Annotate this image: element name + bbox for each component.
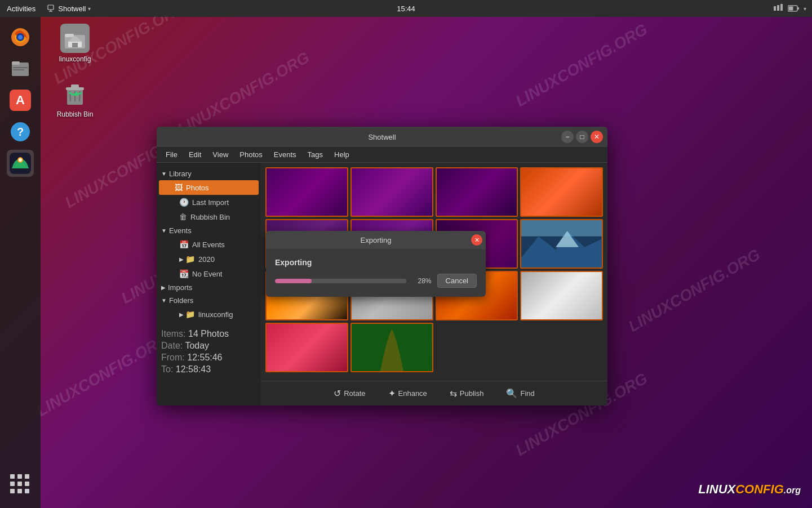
dock-item-firefox[interactable] [7, 24, 34, 51]
svg-rect-15 [13, 67, 28, 68]
status-items-val: 14 Photos [188, 329, 229, 338]
sidebar-imports-label: Imports [168, 283, 192, 292]
brand-linux: LINUX [698, 482, 735, 496]
export-cancel-button[interactable]: Cancel [437, 274, 477, 288]
window-title: Shotwell [368, 133, 396, 141]
desktop-icon-rubbish[interactable]: Rubbish Bin [50, 79, 100, 118]
topbar-battery-arrow: ▾ [804, 6, 806, 12]
sidebar-item-photos[interactable]: 🖼 Photos [159, 180, 259, 195]
sidebar-last-import-label: Last Import [192, 198, 229, 207]
enhance-button[interactable]: ✦ Enhance [384, 386, 432, 401]
events-arrow: ▼ [161, 228, 167, 234]
dock-item-files[interactable] [7, 55, 34, 82]
folders-arrow: ▼ [161, 297, 167, 304]
svg-point-23 [19, 158, 22, 162]
watermark-brand: LINUXCONFIG.org [698, 482, 801, 497]
sidebar-item-2020[interactable]: ▶ 📁 2020 [159, 252, 259, 266]
topbar-right: ▾ [773, 4, 806, 13]
desktop-icon-linuxconfig[interactable]: linuxconfig [50, 24, 100, 63]
status-date: Date: Today [161, 341, 256, 351]
sidebar-rubbish-label: Rubbish Bin [190, 213, 230, 221]
minimize-button[interactable]: − [561, 131, 574, 143]
home-folder-icon [64, 27, 86, 50]
calendar-no-icon: 📆 [179, 269, 189, 278]
svg-point-12 [18, 35, 23, 39]
help-icon: ? [10, 121, 31, 142]
export-progress-bar-fill [275, 279, 312, 283]
folder2-icon: 📁 [185, 310, 195, 319]
export-label: Exporting [275, 258, 477, 267]
imports-arrow: ▶ [161, 284, 166, 291]
menu-photos[interactable]: Photos [235, 149, 267, 160]
folder-arrow: ▶ [179, 311, 184, 318]
topbar-activities[interactable]: Activities [0, 0, 42, 17]
sidebar-item-all-events[interactable]: 📅 All Events [159, 237, 259, 252]
export-titlebar: Exporting ✕ [266, 231, 486, 249]
export-body: Exporting 28% Cancel [266, 249, 486, 297]
svg-rect-33 [352, 324, 432, 371]
export-progress-row: 28% Cancel [275, 274, 477, 288]
calendar-icon: 📅 [179, 240, 189, 249]
dock-item-appstore[interactable]: A [7, 87, 34, 114]
menu-tags[interactable]: Tags [303, 149, 327, 160]
svg-rect-16 [13, 69, 24, 70]
sidebar-imports-header[interactable]: ▶ Imports [157, 281, 261, 294]
sidebar-item-last-import[interactable]: 🕐 Last Import [159, 195, 259, 210]
publish-label: Publish [460, 389, 484, 398]
menu-edit[interactable]: Edit [184, 149, 206, 160]
status-from-label: From: [161, 353, 185, 362]
sidebar-item-rubbish-bin[interactable]: 🗑 Rubbish Bin [159, 210, 259, 224]
dock-item-help[interactable]: ? [7, 118, 34, 145]
photo-thumb-2[interactable] [350, 167, 433, 217]
close-button[interactable]: ✕ [591, 131, 603, 143]
status-to-label: To: [161, 364, 173, 374]
photo-thumb-12[interactable] [520, 271, 603, 320]
sidebar-item-linuxconfig[interactable]: ▶ 📁 linuxconfig [159, 307, 259, 322]
window-titlebar: Shotwell − □ ✕ [157, 127, 607, 147]
photo-thumb-3[interactable] [436, 167, 518, 217]
battery-icon [788, 5, 799, 12]
rotate-button[interactable]: ↺ Rotate [329, 386, 370, 401]
sidebar-item-no-event[interactable]: 📆 No Event [159, 266, 259, 281]
bottom-toolbar: ↺ Rotate ✦ Enhance ⇆ Publish 🔍 Find [261, 381, 607, 405]
topbar-app-name[interactable]: Shotwell ▾ [42, 4, 95, 13]
publish-button[interactable]: ⇆ Publish [445, 386, 489, 401]
window-controls: − □ ✕ [561, 131, 603, 143]
photos-icon: 🖼 [175, 183, 183, 192]
sidebar-library-label: Library [169, 170, 192, 178]
sidebar: ▼ Library 🖼 Photos 🕐 Last Import 🗑 Rubbi… [157, 163, 261, 405]
photo-thumb-1[interactable] [265, 167, 348, 217]
sidebar-events-label: Events [169, 226, 192, 235]
sidebar-photos-label: Photos [186, 184, 208, 192]
folder-icon: 📁 [185, 255, 195, 264]
svg-rect-31 [521, 220, 602, 237]
photo-thumb-14[interactable] [350, 323, 433, 372]
menu-file[interactable]: File [161, 149, 182, 160]
svg-rect-0 [48, 5, 54, 10]
brand-config: CONFIG [735, 482, 784, 496]
year-arrow: ▶ [179, 256, 184, 262]
photo-thumb-4[interactable] [520, 167, 603, 217]
svg-rect-4 [777, 5, 779, 11]
status-from-value: 12:55:46 [187, 353, 222, 362]
dock-apps-grid[interactable] [10, 474, 30, 494]
files-icon [10, 58, 31, 79]
sidebar-library-header[interactable]: ▼ Library [157, 167, 261, 180]
appstore-icon: A [10, 90, 31, 111]
topbar-app-arrow: ▾ [88, 6, 91, 12]
dock-item-shotwell[interactable] [7, 150, 34, 177]
photo-thumb-8[interactable] [520, 219, 603, 269]
menu-events[interactable]: Events [269, 149, 301, 160]
maximize-button[interactable]: □ [576, 131, 588, 143]
export-close-button[interactable]: ✕ [471, 234, 482, 246]
sidebar-events-header[interactable]: ▼ Events [157, 224, 261, 237]
menu-help[interactable]: Help [330, 149, 354, 160]
svg-rect-3 [774, 6, 776, 11]
sidebar-folders-header[interactable]: ▼ Folders [157, 294, 261, 307]
menubar: File Edit View Photos Events Tags Help [157, 147, 607, 163]
clock-icon: 🕐 [179, 198, 189, 207]
photo-thumb-13[interactable] [265, 323, 348, 372]
find-button[interactable]: 🔍 Find [502, 386, 539, 401]
status-from: From: 12:55:46 [161, 353, 256, 363]
menu-view[interactable]: View [208, 149, 233, 160]
